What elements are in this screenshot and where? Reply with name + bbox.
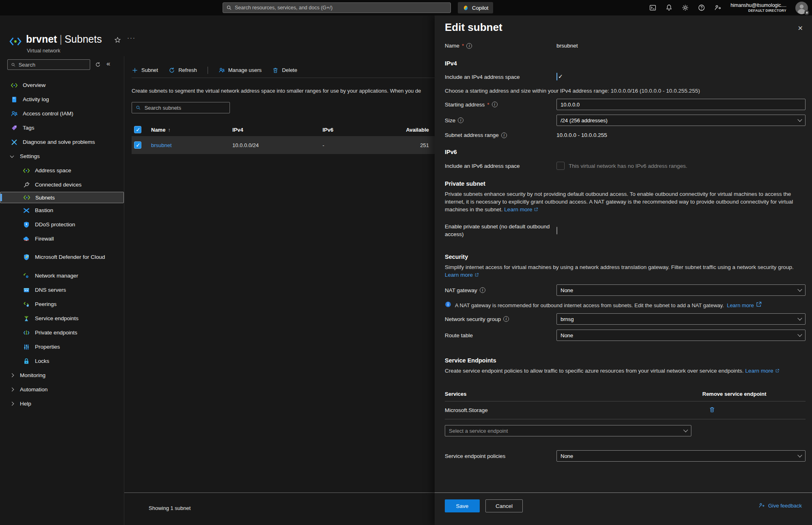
refresh-button[interactable]: Refresh	[169, 67, 197, 74]
chevron-down-icon	[797, 117, 802, 121]
ipv6-section-header: IPv6	[445, 149, 806, 155]
close-icon[interactable]: ✕	[795, 24, 806, 33]
remove-endpoint-trash-icon[interactable]	[709, 406, 715, 413]
service-endpoint-select[interactable]: Select a service endpoint	[445, 425, 691, 436]
sidebar-item-service-endpoints[interactable]: Service endpoints	[0, 311, 124, 325]
sidebar-item-address-space[interactable]: Address space	[0, 163, 124, 178]
column-available[interactable]: Available	[391, 127, 435, 133]
sidebar-item-bastion[interactable]: Bastion	[0, 203, 124, 217]
sidebar-item-properties[interactable]: Properties	[0, 340, 124, 354]
sidebar-item-connected-devices[interactable]: Connected devices	[0, 178, 124, 192]
help-icon[interactable]	[698, 4, 705, 11]
sidebar-group-help[interactable]: Help	[0, 397, 124, 411]
subnet-name-link[interactable]: brsubnet	[151, 142, 232, 148]
sidebar-item-defender[interactable]: Microsoft Defender for Cloud	[0, 246, 124, 269]
sidebar-item-access-control[interactable]: Access control (IAM)	[0, 106, 124, 121]
menu-search-input[interactable]	[19, 62, 87, 68]
endpoint-policies-select[interactable]: None	[556, 450, 806, 462]
info-tooltip-icon[interactable]: i	[492, 102, 498, 107]
info-tooltip-icon[interactable]: i	[480, 287, 485, 293]
subnet-name-value: brsubnet	[556, 43, 806, 49]
sidebar-item-locks[interactable]: Locks	[0, 354, 124, 368]
info-tooltip-icon[interactable]: i	[503, 316, 509, 322]
sidebar-item-ddos-protection[interactable]: DDoS protection	[0, 217, 124, 232]
column-name[interactable]: Name↑	[151, 127, 232, 133]
size-row: Sizei /24 (256 addresses)	[445, 115, 806, 126]
copilot-icon	[463, 5, 469, 11]
route-table-select[interactable]: None	[556, 330, 806, 341]
account-info[interactable]: himanshu@itsumologic.... DEFAULT DIRECTO…	[730, 2, 786, 13]
cancel-button[interactable]: Cancel	[485, 499, 523, 512]
info-tooltip-icon[interactable]: i	[458, 117, 463, 123]
bastion-icon	[23, 207, 30, 214]
learn-more-link[interactable]: Learn more	[745, 368, 780, 374]
external-link-icon	[534, 207, 538, 212]
sidebar-item-diagnose[interactable]: Diagnose and solve problems	[0, 135, 124, 149]
sidebar-item-overview[interactable]: Overview	[0, 78, 124, 92]
menu-refresh-icon[interactable]	[95, 62, 101, 67]
service-endpoints-header: Service Endpoints	[445, 357, 806, 364]
manage-users-button[interactable]: Manage users	[219, 67, 262, 74]
chevron-down-icon	[797, 453, 802, 458]
feedback-icon[interactable]	[714, 4, 721, 11]
private-subnet-description: Private subnets enhance security by not …	[445, 190, 806, 213]
starting-address-input[interactable]	[556, 99, 806, 110]
private-subnet-header: Private subnet	[445, 180, 806, 187]
sidebar-item-activity-log[interactable]: Activity log	[0, 92, 124, 106]
sidebar-item-subnets[interactable]: Subnets	[0, 192, 124, 203]
subnet-search-box[interactable]	[132, 102, 230, 113]
sidebar-group-settings[interactable]: Settings	[0, 149, 124, 163]
sidebar-group-automation[interactable]: Automation	[0, 382, 124, 397]
delete-button[interactable]: Delete	[272, 67, 297, 74]
global-search-input[interactable]	[235, 5, 447, 11]
chevron-right-icon	[10, 373, 14, 377]
include-ipv4-checkbox[interactable]	[556, 73, 557, 80]
column-ipv4[interactable]: IPv4	[232, 127, 323, 133]
learn-more-link[interactable]: Learn more	[504, 206, 538, 213]
sidebar-item-tags[interactable]: Tags	[0, 121, 124, 135]
learn-more-link[interactable]: Learn more	[727, 302, 762, 308]
search-icon	[226, 5, 232, 11]
collapse-menu-icon[interactable]: «	[106, 60, 110, 68]
row-checkbox[interactable]	[134, 141, 141, 149]
save-button[interactable]: Save	[445, 499, 480, 512]
avatar[interactable]	[795, 2, 808, 14]
learn-more-link[interactable]: Learn more	[445, 272, 479, 278]
ipv4-section-header: IPv4	[445, 60, 806, 67]
notifications-bell-icon[interactable]	[665, 4, 673, 11]
nat-gateway-select[interactable]: None	[556, 284, 806, 296]
page-title: brvnet|Subnets	[26, 33, 102, 45]
column-ipv6[interactable]: IPv6	[323, 127, 391, 133]
cloud-shell-icon[interactable]	[649, 4, 656, 11]
favorite-star-icon[interactable]	[114, 37, 121, 43]
select-all-checkbox[interactable]	[134, 126, 141, 133]
sidebar-item-dns-servers[interactable]: DNS servers	[0, 283, 124, 297]
sidebar-item-network-manager[interactable]: Network manager	[0, 269, 124, 283]
menu-search-box[interactable]	[7, 59, 90, 70]
lock-icon	[23, 358, 30, 365]
settings-gear-icon[interactable]	[682, 4, 689, 11]
global-search-box[interactable]	[223, 2, 451, 13]
info-tooltip-icon[interactable]: i	[501, 132, 507, 138]
endpoint-policies-row: Service endpoint policies None	[445, 450, 806, 462]
give-feedback-link[interactable]: Give feedback	[758, 502, 802, 509]
sidebar-item-private-endpoints[interactable]: Private endpoints	[0, 325, 124, 340]
enable-private-subnet-checkbox[interactable]	[556, 227, 557, 234]
subnets-content: Subnet Refresh Manage users Delete Creat…	[124, 56, 435, 525]
more-options-icon[interactable]: ···	[127, 34, 136, 41]
copilot-button[interactable]: Copilot	[458, 2, 493, 13]
subnet-ipv6-value: -	[323, 142, 391, 148]
info-tooltip-icon[interactable]: i	[466, 43, 472, 49]
add-subnet-button[interactable]: Subnet	[132, 67, 158, 74]
size-select[interactable]: /24 (256 addresses)	[556, 115, 806, 126]
enable-private-subnet-row: Enable private subnet (no default outbou…	[445, 223, 806, 238]
sidebar-group-monitoring[interactable]: Monitoring	[0, 368, 124, 382]
table-header-row: Name↑ IPv4 IPv6 Available	[132, 123, 435, 136]
diagnose-icon	[11, 139, 18, 146]
table-row[interactable]: brsubnet 10.0.0.0/24 - 251	[132, 136, 435, 154]
subnet-search-input[interactable]	[145, 105, 226, 111]
sidebar-item-firewall[interactable]: Firewall	[0, 232, 124, 246]
nsg-select[interactable]: brnsg	[556, 313, 806, 325]
sidebar-item-peerings[interactable]: Peerings	[0, 297, 124, 311]
nat-gateway-row: NAT gatewayi None	[445, 284, 806, 296]
